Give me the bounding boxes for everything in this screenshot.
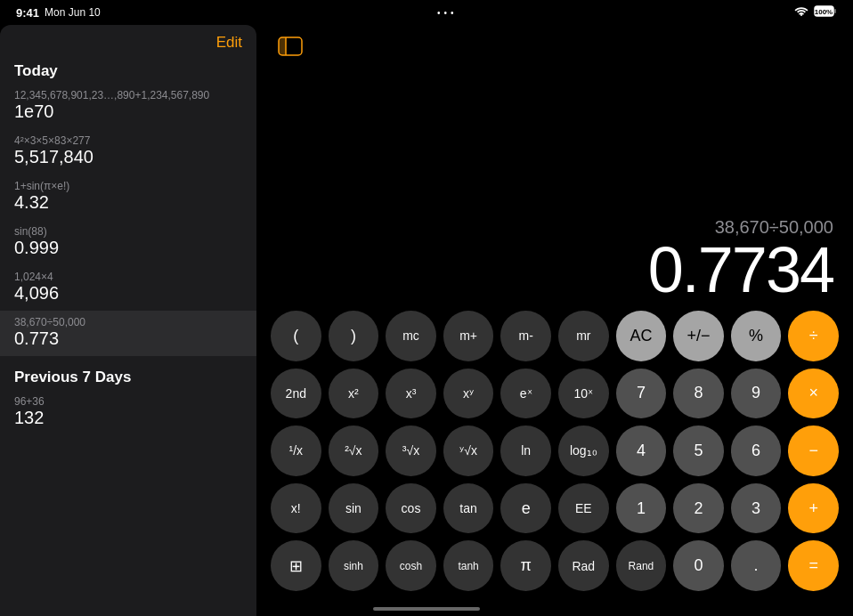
- calc-btn-r0-c2[interactable]: mc: [386, 311, 436, 361]
- wifi-icon: [794, 6, 808, 20]
- history-item-2[interactable]: 1+sin(π×e!) 4.32: [0, 174, 256, 220]
- calc-btn-r4-c9[interactable]: =: [788, 540, 839, 591]
- display-result: 0.7734: [648, 238, 833, 302]
- history-expr-5: 38,670÷50,000: [14, 316, 242, 328]
- calc-btn-r1-c2[interactable]: x³: [386, 369, 436, 419]
- history-result-6: 132: [14, 408, 242, 428]
- history-result-2: 4.32: [14, 192, 242, 213]
- calc-btn-r4-c8[interactable]: .: [731, 540, 782, 591]
- calc-btn-r3-c9[interactable]: +: [788, 483, 839, 534]
- history-item-4[interactable]: 1,024×4 4,096: [0, 265, 256, 311]
- calc-btn-r4-c4[interactable]: π: [500, 540, 551, 591]
- status-indicators: 100%: [794, 5, 837, 20]
- calc-btn-r1-c4[interactable]: eˣ: [500, 369, 551, 419]
- calc-btn-r0-c5[interactable]: mr: [558, 311, 609, 361]
- calc-btn-r4-c1[interactable]: sinh: [329, 540, 379, 591]
- status-bar: 9:41 Mon Jun 10 ••• 100%: [0, 0, 853, 25]
- calc-btn-r1-c8[interactable]: 9: [731, 369, 782, 419]
- display: 38,670÷50,000 0.7734: [267, 69, 842, 311]
- calc-btn-r0-c4[interactable]: m-: [500, 311, 551, 361]
- history-expr-1: 4²×3×5×83×277: [14, 134, 242, 147]
- calc-btn-r0-c3[interactable]: m+: [443, 311, 494, 361]
- svg-text:100%: 100%: [815, 8, 833, 16]
- calc-btn-r3-c2[interactable]: cos: [386, 483, 436, 534]
- calc-btn-r3-c0[interactable]: x!: [271, 483, 321, 534]
- history-item-3[interactable]: sin(88) 0.999: [0, 220, 256, 265]
- calc-btn-r4-c5[interactable]: Rad: [558, 540, 609, 591]
- top-toolbar: [256, 25, 853, 69]
- sidebar: Edit Today 12,345,678,901,23…,890+1,234,…: [0, 25, 256, 616]
- calc-btn-r3-c6[interactable]: 1: [616, 483, 667, 534]
- calc-btn-r2-c7[interactable]: 5: [673, 426, 724, 476]
- history-expr-0: 12,345,678,901,23…,890+1,234,567,890: [14, 89, 242, 101]
- calc-btn-r1-c5[interactable]: 10ˣ: [558, 369, 609, 419]
- history-expr-4: 1,024×4: [14, 271, 242, 283]
- calc-btn-r2-c8[interactable]: 6: [731, 426, 782, 476]
- calc-btn-r1-c1[interactable]: x²: [329, 369, 379, 419]
- calc-btn-r0-c6[interactable]: AC: [616, 311, 667, 361]
- history-expr-6: 96+36: [14, 395, 242, 408]
- calc-btn-r3-c5[interactable]: EE: [558, 483, 609, 534]
- history-expr-3: sin(88): [14, 225, 242, 238]
- sidebar-header: Edit: [0, 25, 256, 57]
- svg-rect-6: [279, 37, 286, 55]
- calc-btn-r1-c9[interactable]: ×: [788, 369, 839, 419]
- history-result-3: 0.999: [14, 238, 242, 258]
- status-dots: •••: [437, 8, 458, 18]
- calc-btn-r2-c0[interactable]: ¹/x: [271, 426, 321, 476]
- calc-btn-r4-c6[interactable]: Rand: [616, 540, 667, 591]
- calc-btn-r2-c5[interactable]: log₁₀: [558, 426, 609, 476]
- history-item-5[interactable]: 38,670÷50,000 0.773: [0, 311, 256, 356]
- svg-rect-2: [834, 9, 836, 13]
- calc-btn-r3-c4[interactable]: e: [500, 483, 551, 534]
- edit-button[interactable]: Edit: [216, 34, 242, 52]
- calc-btn-r2-c2[interactable]: ³√x: [386, 426, 436, 476]
- calc-btn-r4-c7[interactable]: 0: [673, 540, 724, 591]
- previous-label: Previous 7 Days: [0, 363, 256, 390]
- calc-btn-r2-c1[interactable]: ²√x: [329, 426, 379, 476]
- calc-btn-r2-c4[interactable]: ln: [500, 426, 551, 476]
- calc-btn-r4-c0[interactable]: ⊞: [271, 540, 321, 591]
- history-result-5: 0.773: [14, 328, 242, 349]
- home-indicator: [373, 607, 480, 611]
- today-label: Today: [0, 57, 256, 84]
- calc-btn-r0-c8[interactable]: %: [731, 311, 782, 361]
- sidebar-toggle-button[interactable]: [274, 32, 306, 63]
- history-expr-2: 1+sin(π×e!): [14, 180, 242, 192]
- calc-btn-r4-c3[interactable]: tanh: [443, 540, 494, 591]
- calc-btn-r2-c3[interactable]: ʸ√x: [443, 426, 494, 476]
- calc-btn-r2-c9[interactable]: −: [788, 426, 839, 476]
- calc-btn-r1-c6[interactable]: 7: [616, 369, 667, 419]
- history-item-1[interactable]: 4²×3×5×83×277 5,517,840: [0, 129, 256, 174]
- history-result-0: 1e70: [14, 101, 242, 122]
- battery-icon: 100%: [814, 5, 837, 20]
- history-result-4: 4,096: [14, 283, 242, 304]
- calculator: 38,670÷50,000 0.7734 ()mcm+m-mrAC+/−%÷2n…: [256, 69, 853, 598]
- calc-btn-r4-c2[interactable]: cosh: [386, 540, 436, 591]
- status-date: Mon Jun 10: [45, 6, 101, 19]
- calc-btn-r3-c3[interactable]: tan: [443, 483, 494, 534]
- calc-btn-r1-c7[interactable]: 8: [673, 369, 724, 419]
- calc-btn-r3-c7[interactable]: 2: [673, 483, 724, 534]
- sidebar-toggle-icon: [278, 36, 303, 57]
- button-grid: ()mcm+m-mrAC+/−%÷2ndx²x³xʸeˣ10ˣ789×¹/x²√…: [267, 311, 842, 591]
- calc-btn-r3-c1[interactable]: sin: [329, 483, 379, 534]
- calc-btn-r2-c6[interactable]: 4: [616, 426, 667, 476]
- calc-btn-r0-c9[interactable]: ÷: [788, 311, 839, 361]
- history-item-0[interactable]: 12,345,678,901,23…,890+1,234,567,890 1e7…: [0, 84, 256, 129]
- calc-btn-r1-c0[interactable]: 2nd: [271, 369, 321, 419]
- calc-btn-r3-c8[interactable]: 3: [731, 483, 782, 534]
- sidebar-content: Today 12,345,678,901,23…,890+1,234,567,8…: [0, 57, 256, 616]
- history-result-1: 5,517,840: [14, 147, 242, 167]
- calc-btn-r1-c3[interactable]: xʸ: [443, 369, 494, 419]
- calc-btn-r0-c0[interactable]: (: [271, 311, 321, 361]
- calc-btn-r0-c7[interactable]: +/−: [673, 311, 724, 361]
- calc-btn-r0-c1[interactable]: ): [329, 311, 379, 361]
- status-time: 9:41: [16, 6, 39, 20]
- history-item-6[interactable]: 96+36 132: [0, 390, 256, 435]
